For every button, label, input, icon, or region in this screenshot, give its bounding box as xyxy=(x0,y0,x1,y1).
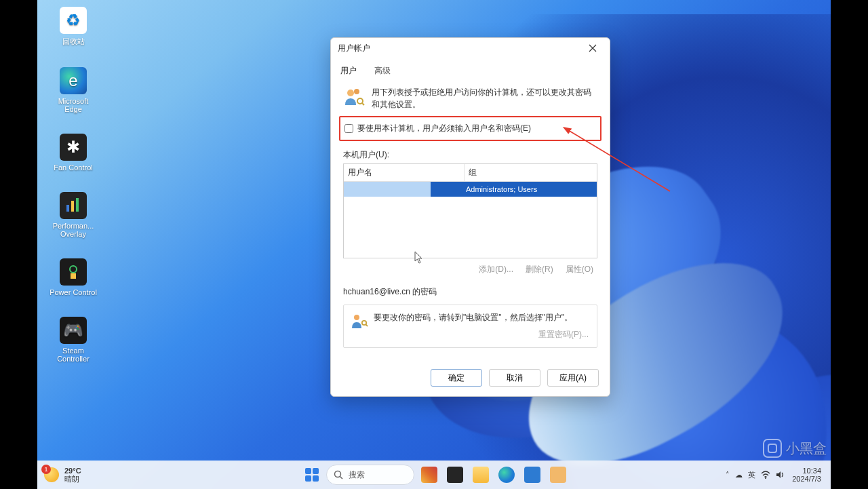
onedrive-icon[interactable]: ☁ xyxy=(735,471,743,480)
start-button[interactable] xyxy=(302,465,322,485)
svg-point-13 xyxy=(765,477,766,479)
intro-text: 用下列表授予或拒绝用户访问你的计算机，还可以更改其密码和其他设置。 xyxy=(372,86,597,111)
col-username[interactable]: 用户名 xyxy=(344,164,465,181)
dialog-titlebar[interactable]: 用户帐户 xyxy=(331,38,610,58)
users-key-icon xyxy=(343,86,365,108)
letterbox-left xyxy=(0,0,37,489)
taskbar-center: 搜索 xyxy=(302,465,566,485)
dialog-tabs: 用户 高级 xyxy=(331,58,610,82)
password-section: hchuan16@live.cn 的密码 要更改你的密码，请转到"电脑设置"，然… xyxy=(343,286,597,348)
letterbox-right xyxy=(831,0,868,489)
desktop-icons: ♻回收站 eMicrosoft Edge ✱Fan Control Perfor… xyxy=(50,7,97,363)
svg-line-12 xyxy=(340,477,343,480)
user-row[interactable]: Administrators; Users xyxy=(344,182,597,197)
icon-label: Steam Controller xyxy=(50,347,97,363)
svg-point-7 xyxy=(357,98,363,104)
store-icon[interactable] xyxy=(524,467,540,483)
close-button[interactable] xyxy=(583,39,603,58)
user-key-icon xyxy=(351,312,368,330)
desktop[interactable]: ♻回收站 eMicrosoft Edge ✱Fan Control Perfor… xyxy=(37,0,831,489)
weather-cond: 晴朗 xyxy=(64,475,81,483)
add-button[interactable]: 添加(D)... xyxy=(479,264,513,275)
steam-controller-icon[interactable]: 🎮Steam Controller xyxy=(50,317,97,363)
wifi-icon[interactable] xyxy=(761,471,770,479)
user-list[interactable]: 用户名 组 Administrators; Users xyxy=(343,163,597,258)
user-accounts-dialog: 用户帐户 用户 高级 用下列表授予或拒绝用户访问你的计算机，还可以更改其密码和其… xyxy=(330,37,610,397)
password-section-title: hchuan16@live.cn 的密码 xyxy=(343,286,597,298)
date: 2024/7/3 xyxy=(792,475,821,483)
weather-temp: 29°C xyxy=(64,467,81,475)
performance-overlay-icon[interactable]: Performan... Overlay xyxy=(50,192,97,238)
file-explorer-icon[interactable] xyxy=(473,467,489,483)
search-placeholder: 搜索 xyxy=(349,469,365,481)
cell-username xyxy=(344,182,431,197)
recycle-bin-icon[interactable]: ♻回收站 xyxy=(50,7,97,47)
volume-icon[interactable] xyxy=(776,471,785,479)
svg-point-9 xyxy=(362,321,366,325)
netplwiz-icon[interactable] xyxy=(550,467,566,483)
cell-group: Administrators; Users xyxy=(431,182,597,197)
svg-rect-0 xyxy=(66,205,69,212)
tray-chevron-icon[interactable]: ˄ xyxy=(726,471,730,480)
user-list-header: 用户名 组 xyxy=(344,164,597,182)
dialog-title: 用户帐户 xyxy=(338,43,370,54)
icon-label: Microsoft Edge xyxy=(50,97,97,113)
svg-point-3 xyxy=(70,266,77,273)
taskbar-pinned-apps xyxy=(421,467,566,483)
dialog-footer-buttons: 确定 取消 应用(A) xyxy=(431,369,599,387)
require-password-row[interactable]: 要使用本计算机，用户必须输入用户名和密码(E) xyxy=(339,116,601,141)
weather-icon xyxy=(44,467,59,482)
col-group[interactable]: 组 xyxy=(465,164,597,181)
watermark-text: 小黑盒 xyxy=(786,439,827,458)
remove-button[interactable]: 删除(R) xyxy=(526,264,553,275)
icon-label: Fan Control xyxy=(54,163,92,172)
pinned-app-1[interactable] xyxy=(421,467,437,483)
svg-point-5 xyxy=(347,90,354,96)
edge-taskbar-icon[interactable] xyxy=(498,467,515,483)
svg-point-8 xyxy=(354,315,359,320)
taskbar-weather[interactable]: 29°C 晴朗 xyxy=(37,467,153,483)
userlist-label: 本机用户(U): xyxy=(331,141,610,162)
require-password-label: 要使用本计算机，用户必须输入用户名和密码(E) xyxy=(357,123,531,134)
intro-section: 用下列表授予或拒绝用户访问你的计算机，还可以更改其密码和其他设置。 xyxy=(331,82,610,116)
properties-button[interactable]: 属性(O) xyxy=(566,264,593,275)
icon-label: 回收站 xyxy=(62,37,85,47)
icon-label: Performan... Overlay xyxy=(50,222,97,238)
cancel-button[interactable]: 取消 xyxy=(489,369,540,387)
search-icon xyxy=(334,470,343,480)
require-password-checkbox[interactable] xyxy=(344,124,353,133)
apply-button[interactable]: 应用(A) xyxy=(547,369,599,387)
edge-icon[interactable]: eMicrosoft Edge xyxy=(50,67,97,113)
user-action-buttons: 添加(D)... 删除(R) 属性(O) xyxy=(331,258,610,275)
pinned-app-2[interactable] xyxy=(447,467,463,483)
search-box[interactable]: 搜索 xyxy=(326,465,414,485)
watermark-icon xyxy=(763,439,782,458)
tab-advanced[interactable]: 高级 xyxy=(374,62,391,79)
svg-rect-2 xyxy=(76,198,79,212)
svg-rect-4 xyxy=(71,273,76,279)
password-hint: 要更改你的密码，请转到"电脑设置"，然后选择"用户"。 xyxy=(374,312,572,324)
svg-point-6 xyxy=(354,89,359,94)
svg-rect-1 xyxy=(71,201,74,212)
reset-password-button[interactable]: 重置密码(P)... xyxy=(538,329,589,340)
taskbar[interactable]: 29°C 晴朗 搜索 ˄ ☁ 英 xyxy=(37,461,831,489)
fan-control-icon[interactable]: ✱Fan Control xyxy=(50,134,97,172)
svg-point-11 xyxy=(335,471,341,477)
watermark: 小黑盒 xyxy=(763,439,827,458)
tab-users[interactable]: 用户 xyxy=(340,62,357,79)
time: 10:34 xyxy=(792,467,821,475)
ime-indicator[interactable]: 英 xyxy=(748,470,755,480)
icon-label: Power Control xyxy=(50,288,97,296)
taskbar-tray: ˄ ☁ 英 10:34 2024/7/3 xyxy=(726,467,831,483)
ok-button[interactable]: 确定 xyxy=(431,369,482,387)
clock[interactable]: 10:34 2024/7/3 xyxy=(792,467,821,483)
power-control-icon[interactable]: Power Control xyxy=(50,258,97,296)
